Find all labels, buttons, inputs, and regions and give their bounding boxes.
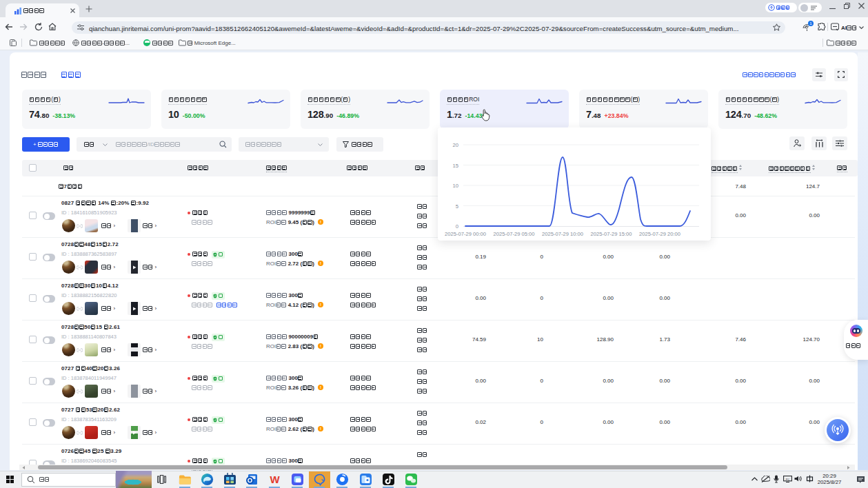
svg-text:PC: PC (786, 478, 790, 481)
svg-text:W: W (270, 474, 280, 485)
